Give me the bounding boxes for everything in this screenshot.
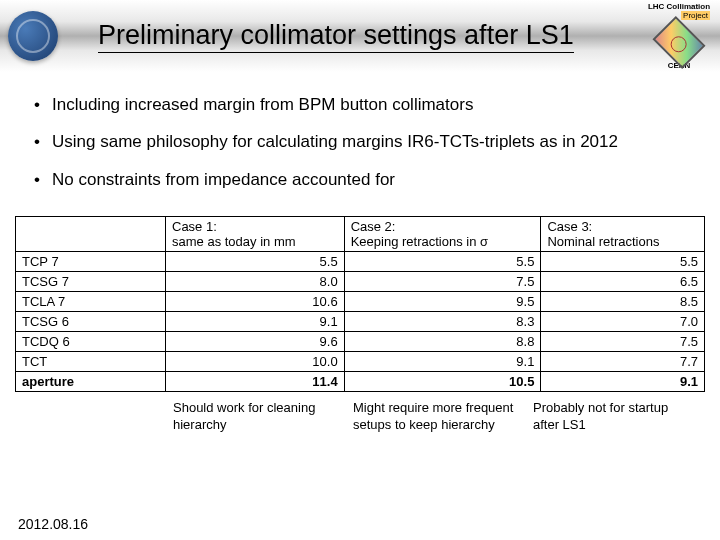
cell: 6.5 xyxy=(541,271,705,291)
cell: 10.6 xyxy=(166,291,345,311)
table-row: TCP 7 5.5 5.5 5.5 xyxy=(16,251,705,271)
table-header xyxy=(16,216,166,251)
settings-table: Case 1: same as today in mm Case 2: Keep… xyxy=(15,216,705,392)
table-row: TCDQ 6 9.6 8.8 7.5 xyxy=(16,331,705,351)
bullet-item: No constraints from impedance accounted … xyxy=(52,169,690,190)
cell: 10.0 xyxy=(166,351,345,371)
bullet-list: Including increased margin from BPM butt… xyxy=(0,72,720,216)
note: Might require more frequent setups to ke… xyxy=(345,400,525,434)
row-label: aperture xyxy=(16,371,166,391)
slide-header: Preliminary collimator settings after LS… xyxy=(0,0,720,72)
logo-right-project: Project xyxy=(681,11,710,20)
cell: 5.5 xyxy=(541,251,705,271)
bullet-item: Using same philosophy for calculating ma… xyxy=(52,131,690,152)
cell: 10.5 xyxy=(344,371,541,391)
collimation-logo-icon: LHC Collimation Project CERN xyxy=(644,2,714,70)
cell: 9.1 xyxy=(541,371,705,391)
cell: 5.5 xyxy=(166,251,345,271)
row-label: TCLA 7 xyxy=(16,291,166,311)
cell: 9.1 xyxy=(166,311,345,331)
cell: 8.5 xyxy=(541,291,705,311)
row-label: TCSG 7 xyxy=(16,271,166,291)
column-notes: Should work for cleaning hierarchy Might… xyxy=(165,400,705,434)
cell: 8.8 xyxy=(344,331,541,351)
table-row: TCSG 6 9.1 8.3 7.0 xyxy=(16,311,705,331)
table-row: TCLA 7 10.6 9.5 8.5 xyxy=(16,291,705,311)
cell: 9.1 xyxy=(344,351,541,371)
table-row: TCT 10.0 9.1 7.7 xyxy=(16,351,705,371)
cell: 7.5 xyxy=(344,271,541,291)
row-label: TCT xyxy=(16,351,166,371)
table-row: TCSG 7 8.0 7.5 6.5 xyxy=(16,271,705,291)
cell: 9.6 xyxy=(166,331,345,351)
table-header: Case 3: Nominal retractions xyxy=(541,216,705,251)
table-header: Case 2: Keeping retractions in σ xyxy=(344,216,541,251)
cell: 8.0 xyxy=(166,271,345,291)
table-header-row: Case 1: same as today in mm Case 2: Keep… xyxy=(16,216,705,251)
row-label: TCSG 6 xyxy=(16,311,166,331)
logo-right-top: LHC Collimation xyxy=(648,2,710,11)
row-label: TCP 7 xyxy=(16,251,166,271)
cell: 11.4 xyxy=(166,371,345,391)
table-row: aperture 11.4 10.5 9.1 xyxy=(16,371,705,391)
cell: 7.7 xyxy=(541,351,705,371)
cern-logo-icon xyxy=(8,11,58,61)
cell: 7.5 xyxy=(541,331,705,351)
cell: 8.3 xyxy=(344,311,541,331)
cell: 7.0 xyxy=(541,311,705,331)
note: Should work for cleaning hierarchy xyxy=(165,400,345,434)
slide-title: Preliminary collimator settings after LS… xyxy=(98,20,574,53)
table-header: Case 1: same as today in mm xyxy=(166,216,345,251)
row-label: TCDQ 6 xyxy=(16,331,166,351)
cell: 9.5 xyxy=(344,291,541,311)
footer-date: 2012.08.16 xyxy=(18,516,88,532)
cell: 5.5 xyxy=(344,251,541,271)
note: Probably not for startup after LS1 xyxy=(525,400,705,434)
bullet-item: Including increased margin from BPM butt… xyxy=(52,94,690,115)
